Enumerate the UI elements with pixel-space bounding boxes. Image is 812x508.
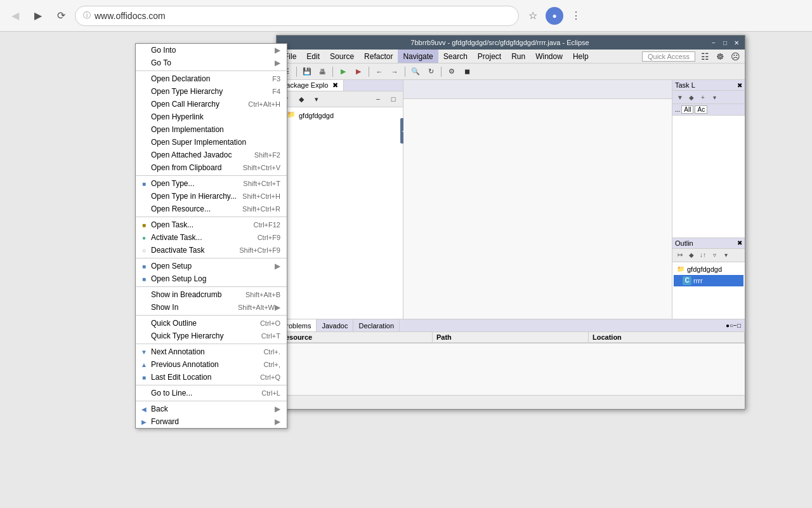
search-btn[interactable]: 🔍 [409,65,422,78]
back-button[interactable]: ◀ [6,7,24,25]
ctx-quick-type-hierarchy[interactable]: Quick Type Hierarchy Ctrl+T [136,330,287,342]
perspective-btn-1[interactable]: ☷ [698,50,712,63]
ctx-last-edit[interactable]: ■ Last Edit Location Ctrl+Q [136,371,287,384]
ctx-open-task[interactable]: ■ Open Task... Ctrl+F12 [136,218,287,231]
ext-btn[interactable]: ⚙ [445,65,459,78]
menu-run[interactable]: Run [506,50,530,63]
menu-source[interactable]: Source [325,50,359,63]
eclipse-statusbar [277,395,745,409]
col-path: Path [433,332,589,343]
print-btn[interactable]: 🖶 [315,65,329,78]
package-tree: ▶ 📁 gfdgfdgdgd [277,107,403,124]
minimize-button[interactable]: − [709,38,718,47]
ctx-go-to[interactable]: Go To ▶ [136,57,287,69]
view-btn[interactable]: ◼ [460,65,474,78]
menu-help[interactable]: Help [568,50,594,63]
ctx-prev-annotation[interactable]: ▲ Previous Annotation Ctrl+, [136,358,287,371]
outline-close[interactable]: ✖ [737,239,742,246]
task-filter-btn[interactable]: ◆ [686,92,697,102]
quick-access[interactable]: Quick Access [642,51,695,62]
run-btn[interactable]: ▶ [336,65,350,78]
javadoc-tab[interactable]: Javadoc [317,319,353,331]
reload-button[interactable]: ⟳ [52,7,70,25]
forward-button[interactable]: ▶ [29,7,47,25]
ref-btn[interactable]: ↻ [424,65,438,78]
ctx-open-javadoc[interactable]: Open Attached Javadoc Shift+F2 [136,149,287,161]
ctx-open-type[interactable]: ■ Open Type... Shift+Ctrl+T [136,177,287,190]
ctx-open-super-impl[interactable]: Open Super Implementation [136,136,287,149]
task-collapse-btn[interactable]: ▼ [675,92,685,102]
ctx-open-clipboard[interactable]: Open from Clipboard Shift+Ctrl+V [136,161,287,174]
filter-all[interactable]: All [681,105,693,114]
task-list-close[interactable]: ✖ [737,82,742,89]
menu-edit[interactable]: Edit [301,50,325,63]
pe-menu-btn[interactable]: ▾ [310,93,324,105]
bottom-panel-header: Problems Javadoc Declaration ●○−□ [277,319,745,332]
declaration-tab[interactable]: Declaration [353,319,400,331]
ctx-quick-outline[interactable]: Quick Outline Ctrl+O [136,317,287,330]
outline-item-gfdgfdgdgd[interactable]: 📁 gfdgfdgdgd [674,264,743,275]
perspective-btn-3[interactable]: ☹ [728,50,742,63]
ctx-open-call-hierarchy[interactable]: Open Call Hierarchy Ctrl+Alt+H [136,98,287,110]
ctx-activate-task[interactable]: ● Activate Task... Ctrl+F9 [136,231,287,244]
more-button[interactable]: ⋮ [567,7,585,25]
filter-ac[interactable]: Ac [695,105,707,114]
outline-item-rrrr[interactable]: C rrrr [674,275,743,286]
ctx-open-declaration[interactable]: Open Declaration F3 [136,72,287,85]
ctx-show-breadcrumb[interactable]: Show in Breadcrumb Shift+Alt+B [136,288,287,301]
pe-min-btn[interactable]: − [371,93,385,105]
task-menu-btn[interactable]: ▾ [709,92,719,102]
ctx-open-hyperlink[interactable]: Open Hyperlink [136,110,287,123]
maximize-button[interactable]: □ [721,38,730,47]
ctx-go-to-line[interactable]: Go to Line... Ctrl+L [136,387,287,399]
next-annotation-icon: ▼ [140,347,148,356]
task-list-toolbar: ▼ ◆ + ▾ [672,91,745,104]
folder-icon: 📁 [287,110,297,121]
setup-log-icon: ■ [140,274,148,283]
ctx-open-type-hierarchy[interactable]: Open Type in Hierarchy... Shift+Ctrl+H [136,190,287,203]
menu-navigate[interactable]: Navigate [398,50,438,63]
outline-folder-icon: 📁 [676,265,685,274]
outline-collapse-all[interactable]: ↦ [675,250,685,260]
menu-search[interactable]: Search [438,50,473,63]
pe-link-btn[interactable]: ◆ [294,93,308,105]
outline-link[interactable]: ◆ [686,250,697,260]
menu-refactor[interactable]: Refactor [359,50,398,63]
menu-project[interactable]: Project [473,50,506,63]
ctx-forward[interactable]: ▶ Forward ▶ [136,415,287,428]
task-add-btn[interactable]: + [698,92,708,102]
ctx-open-resource[interactable]: Open Resource... Shift+Ctrl+R [136,203,287,215]
ctx-next-annotation[interactable]: ▼ Next Annotation Ctrl+. [136,345,287,358]
pe-max-btn[interactable]: □ [386,93,400,105]
bookmark-button[interactable]: ☆ [524,7,542,25]
ctx-show-in[interactable]: Show In Shift+Alt+W ▶ [136,301,287,314]
ctx-deactivate-task[interactable]: ○ Deactivate Task Shift+Ctrl+F9 [136,244,287,257]
ctx-go-into[interactable]: Go Into ▶ [136,44,287,57]
fwd-btn[interactable]: → [388,65,402,78]
ctx-open-implementation[interactable]: Open Implementation [136,123,287,136]
ctx-open-type-hierarchy[interactable]: Open Type Hierarchy F4 [136,85,287,98]
save-btn[interactable]: 💾 [300,65,314,78]
toolbar-sep-1 [296,67,297,77]
task-list-content [672,116,745,154]
ctx-back[interactable]: ◀ Back ▶ [136,403,287,415]
back-btn[interactable]: ← [372,65,386,78]
tree-item-gfdgfdgdgd[interactable]: ▶ 📁 gfdgfdgdgd [277,110,403,121]
menu-window[interactable]: Window [530,50,568,63]
ctx-open-setup[interactable]: ■ Open Setup ▶ [136,260,287,272]
debug-btn[interactable]: ▶ [351,65,365,78]
ctx-open-setup-log[interactable]: ■ Open Setup Log [136,272,287,285]
task-icon: ■ [140,220,148,229]
url-input[interactable] [95,11,511,21]
outline-sort[interactable]: ↓↑ [698,250,708,260]
profile-button[interactable]: ● [546,7,563,25]
package-explorer-close[interactable]: ✖ [332,81,338,89]
bottom-panel-icons[interactable]: ●○−□ [722,322,745,329]
outline-menu[interactable]: ▾ [721,250,731,260]
outline-filter[interactable]: ▿ [709,250,719,260]
close-button[interactable]: ✕ [732,38,741,47]
perspective-btn-2[interactable]: ☸ [713,50,727,63]
outline-item-label-2: rrrr [693,277,703,284]
deactivate-task-icon: ○ [140,246,148,255]
outline-item-label-1: gfdgfdgdgd [687,265,722,273]
